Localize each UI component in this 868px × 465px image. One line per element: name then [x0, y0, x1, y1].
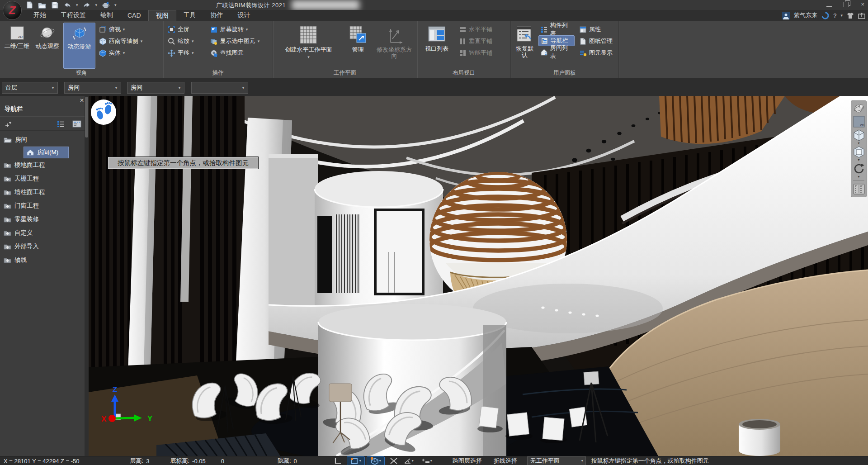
sheet-management-button[interactable]: 图纸管理: [577, 35, 616, 47]
workplane-dropdown[interactable]: 无工作平面 ▾: [527, 456, 586, 465]
tree-item-ceiling-works[interactable]: 天棚工程: [0, 172, 84, 185]
ribbon-group-operations: 全屏 缩放▾ 平移▾ 屏幕旋转▾: [163, 21, 273, 78]
top-view-dropdown[interactable]: 俯视▾: [97, 24, 160, 35]
tree-item-custom[interactable]: 自定义: [0, 226, 84, 240]
tree-item-room-parent[interactable]: 房间: [0, 133, 84, 147]
orbit-tool-button[interactable]: [852, 103, 865, 114]
tree-item-door-window-works[interactable]: 门窗工程: [0, 199, 84, 213]
rect-snap-toggle-active[interactable]: ▾: [347, 456, 365, 465]
dynamic-walkthrough-button[interactable]: 动态漫游: [63, 23, 95, 69]
cursor-tooltip: 按鼠标左键指定第一个角点，或拾取构件图元: [108, 157, 259, 169]
sync-cloud-icon[interactable]: [102, 1, 110, 9]
schedule-list-button[interactable]: [852, 183, 865, 195]
theme-shirt-icon[interactable]: [847, 12, 854, 19]
user-avatar-icon[interactable]: [782, 12, 790, 19]
tab-tools[interactable]: 工具: [176, 10, 203, 21]
sync-status-icon[interactable]: [821, 12, 829, 19]
restore-default-button[interactable]: 恢复默认: [514, 23, 536, 69]
tab-cad[interactable]: CAD: [120, 10, 148, 21]
dynamic-orbit-button[interactable]: 动态观察: [33, 23, 61, 69]
sidebar-close-icon[interactable]: ✕: [80, 97, 84, 104]
cube-view-button-2[interactable]: ▾: [852, 146, 865, 161]
component-list-button[interactable]: 构件列表: [538, 24, 575, 35]
minimize-button[interactable]: [826, 2, 832, 7]
scrollbar-thumb[interactable]: [85, 97, 88, 138]
angle-snap-dropdown[interactable]: ▾: [401, 457, 416, 465]
tab-collaborate[interactable]: 协作: [203, 10, 231, 21]
find-element-button[interactable]: 查找图元: [208, 47, 270, 59]
ortho-toggle[interactable]: [332, 457, 344, 465]
reference-point-dropdown[interactable]: ▾: [418, 457, 435, 465]
category-selector-dropdown[interactable]: 房间▾: [64, 82, 121, 94]
list-view-icon[interactable]: [57, 121, 65, 128]
element-selector-dropdown[interactable]: 房间▾: [127, 82, 184, 94]
extra-zero-value: 0: [221, 458, 224, 465]
schedule-list-icon: [853, 183, 865, 195]
save-button[interactable]: [51, 1, 59, 9]
viewport-3d[interactable]: Z Y X 按鼠标左键指定第一个角点，或拾取构件图元 2D ▾: [89, 96, 868, 456]
restore-button[interactable]: [844, 2, 849, 7]
redo-dropdown-caret[interactable]: ▾: [95, 3, 98, 7]
polyline-select-toggle[interactable]: 折线选择: [494, 457, 517, 465]
add-node-icon[interactable]: [5, 121, 12, 128]
tab-design[interactable]: 设计: [231, 10, 258, 21]
undo-dropdown-caret[interactable]: ▾: [76, 3, 78, 7]
tree-item-room-m-selected[interactable]: 房间(M): [24, 147, 69, 158]
closed-folder-plus-icon: [4, 176, 11, 182]
sidebar-scrollbar[interactable]: [85, 96, 89, 456]
axis-y-label: Y: [147, 414, 153, 423]
create-horizontal-workplane-button[interactable]: 创建水平工作平面 ▾: [276, 23, 341, 69]
cube-view-button-1[interactable]: ▾: [852, 129, 865, 145]
export-upload-icon[interactable]: [858, 12, 865, 19]
close-button[interactable]: ×: [861, 1, 864, 8]
cross-layer-select-toggle[interactable]: 跨图层选择: [453, 457, 482, 465]
sw-isometric-dropdown[interactable]: 西南等轴侧▾: [97, 35, 160, 47]
tab-project-settings[interactable]: 工程设置: [53, 10, 93, 21]
snap-cross-toggle[interactable]: [388, 457, 399, 465]
undo-button[interactable]: [63, 1, 71, 9]
pan-dropdown[interactable]: 平移▾: [166, 47, 207, 59]
room-list-house-icon: [540, 48, 548, 56]
object-snap-3d-toggle-active[interactable]: ▾: [367, 456, 385, 465]
solid-style-dropdown[interactable]: 实体▾: [97, 47, 160, 59]
app-logo-icon[interactable]: Z: [3, 1, 22, 20]
tab-start[interactable]: 开始: [26, 10, 53, 21]
open-file-button[interactable]: [38, 1, 46, 9]
rotate-view-button[interactable]: ▾: [852, 162, 865, 178]
properties-panel-button[interactable]: 属性: [577, 24, 616, 35]
rotunda-tower: [269, 154, 443, 318]
floor-selector-dropdown[interactable]: 首层▾: [2, 82, 58, 94]
qat-customize-caret[interactable]: ▾: [114, 3, 117, 7]
fullscreen-button[interactable]: 全屏: [166, 24, 207, 35]
closed-folder-plus-icon: [4, 230, 11, 236]
manage-workplane-button[interactable]: 管理: [346, 23, 370, 69]
zoom-dropdown[interactable]: 缩放▾: [166, 35, 207, 47]
view-presets-stack: 俯视▾ 西南等轴侧▾ 实体▾: [97, 23, 160, 69]
tab-draw[interactable]: 绘制: [93, 10, 120, 21]
pan-arrows-icon: [168, 49, 175, 57]
ops-stack-1: 全屏 缩放▾ 平移▾: [166, 23, 207, 69]
empty-selector-dropdown[interactable]: ▾: [191, 82, 248, 94]
2d-view-button[interactable]: 2D: [852, 115, 865, 128]
room-list-button[interactable]: 房间列表: [538, 46, 575, 58]
element-display-button[interactable]: 图元显示: [577, 47, 616, 59]
toggle-2d-3d-button[interactable]: 2D 二维/三维: [3, 23, 31, 69]
tree-item-external-import[interactable]: 外部导入: [0, 240, 84, 253]
username-label[interactable]: 紫气东来: [794, 11, 817, 19]
redo-button[interactable]: [83, 1, 91, 9]
menu-tab-row: 开始 工程设置 绘制 CAD 视图 工具 协作 设计 紫气东来 ? ▾: [0, 10, 868, 21]
tree-item-axis-lines[interactable]: 轴线: [0, 253, 84, 267]
tab-view[interactable]: 视图: [148, 10, 176, 21]
screen-rotate-dropdown[interactable]: 屏幕旋转▾: [208, 24, 270, 35]
viewport-list-button[interactable]: 视口列表: [420, 23, 453, 69]
component-list-icon: [540, 26, 548, 33]
tree-item-wall-column-works[interactable]: 墙柱面工程: [0, 185, 84, 199]
help-icon[interactable]: ?: [833, 12, 836, 19]
show-selected-dropdown[interactable]: 显示选中图元▾: [208, 35, 270, 47]
detail-view-icon[interactable]: [72, 120, 81, 128]
tree-item-floor-works[interactable]: 楼地面工程: [0, 158, 84, 172]
tree-item-misc-decoration[interactable]: 零星装修: [0, 213, 84, 226]
axis-z-label: Z: [113, 385, 117, 394]
new-file-button[interactable]: [25, 1, 33, 9]
help-dropdown-caret[interactable]: ▾: [840, 14, 843, 18]
